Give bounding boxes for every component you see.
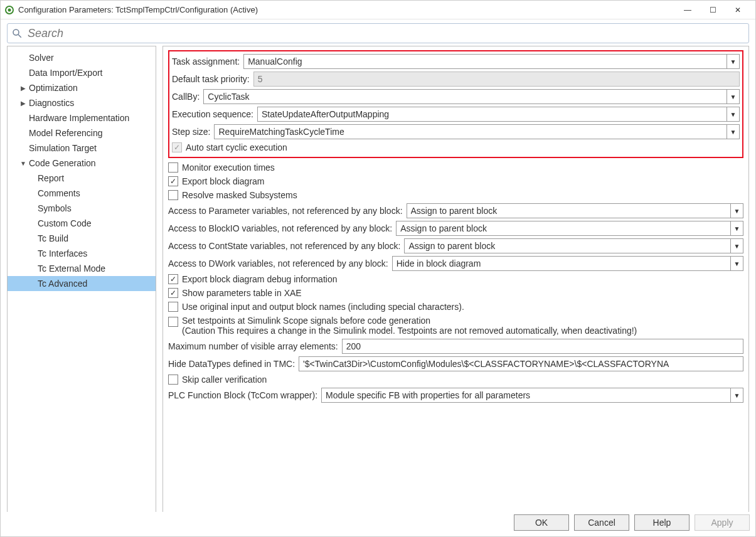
task-assignment-dropdown[interactable]: ManualConfig ▼ <box>243 54 740 69</box>
monitor-times-checkbox[interactable] <box>168 162 178 173</box>
plc-fb-wrapper-dropdown[interactable]: Module specific FB with properties for a… <box>321 388 743 403</box>
tree-item-label: Comments <box>36 188 80 198</box>
tree-item[interactable]: Tc External Mode <box>8 261 156 276</box>
access-blockio-dropdown[interactable]: Assign to parent block ▼ <box>396 221 743 236</box>
tree-item-label: Model Referencing <box>28 128 103 138</box>
tree-item[interactable]: Solver <box>8 50 156 65</box>
execution-sequence-dropdown[interactable]: StateUpdateAfterOutputMapping ▼ <box>257 107 740 122</box>
set-testpoints-checkbox[interactable] <box>168 317 178 327</box>
tree-item-label: Symbols <box>36 203 72 213</box>
expand-icon[interactable]: ▼ <box>19 160 28 167</box>
help-button[interactable]: Help <box>634 514 689 531</box>
maximize-button[interactable]: ☐ <box>700 6 725 14</box>
tree-item[interactable]: Hardware Implementation <box>8 110 156 125</box>
callby-dropdown[interactable]: CyclicTask ▼ <box>203 89 740 104</box>
tree-item[interactable]: Report <box>8 171 156 186</box>
apply-button: Apply <box>695 514 750 531</box>
hide-datatypes-label: Hide DataTypes defined in TMC: <box>168 359 295 369</box>
chevron-down-icon: ▼ <box>730 204 743 218</box>
max-visible-array-label: Maximum number of visible array elements… <box>168 341 338 351</box>
tree-item[interactable]: Simulation Target <box>8 141 156 156</box>
close-button[interactable]: ✕ <box>725 6 750 14</box>
show-params-xae-checkbox[interactable] <box>168 288 178 298</box>
tree-item-label: Tc Interfaces <box>36 248 87 258</box>
window-title: Configuration Parameters: TctSmplTempCtr… <box>18 5 675 14</box>
tree-item[interactable]: Tc Advanced <box>8 276 156 291</box>
tree-item-label: Report <box>36 173 64 183</box>
tree-item[interactable]: Model Referencing <box>8 125 156 141</box>
tree-item[interactable]: Custom Code <box>8 216 156 231</box>
tree-item[interactable]: ▼Code Generation <box>8 156 156 171</box>
search-field[interactable] <box>26 26 745 41</box>
access-contstate-label: Access to ContState variables, not refer… <box>168 241 400 251</box>
dialog-footer: OK Cancel Help Apply <box>6 512 750 533</box>
chevron-down-icon: ▼ <box>727 55 739 68</box>
max-visible-array-input[interactable]: 200 <box>342 339 743 354</box>
tree-item[interactable]: Tc Build <box>8 231 156 246</box>
search-icon <box>11 28 23 39</box>
highlight-box: Task assignment: ManualConfig ▼ Default … <box>168 50 743 158</box>
tree-item-label: Data Import/Export <box>28 68 103 78</box>
svg-line-3 <box>18 35 21 38</box>
tree-item[interactable]: ▶Diagnostics <box>8 95 156 110</box>
default-task-priority-input: 5 <box>253 72 740 87</box>
chevron-down-icon: ▼ <box>727 107 739 121</box>
tree-item[interactable]: Data Import/Export <box>8 65 156 80</box>
tree-item-label: Solver <box>28 53 54 63</box>
chevron-down-icon: ▼ <box>730 221 743 235</box>
chevron-down-icon: ▼ <box>727 90 739 104</box>
export-block-diagram-checkbox[interactable] <box>168 176 178 186</box>
skip-caller-checkbox[interactable] <box>168 375 178 385</box>
search-row <box>1 19 755 46</box>
tree-item[interactable]: Comments <box>8 186 156 201</box>
chevron-down-icon: ▼ <box>730 388 743 402</box>
default-task-priority-label: Default task priority: <box>172 74 250 84</box>
tree-item-label: Tc Advanced <box>36 279 87 289</box>
show-params-xae-label: Show parameters table in XAE <box>182 288 302 298</box>
access-param-dropdown[interactable]: Assign to parent block ▼ <box>407 203 743 218</box>
monitor-times-label: Monitor execution times <box>182 162 275 173</box>
step-size-dropdown[interactable]: RequireMatchingTaskCycleTime ▼ <box>214 124 740 139</box>
task-assignment-label: Task assignment: <box>172 56 240 66</box>
tree-item-label: Tc External Mode <box>36 263 105 274</box>
svg-point-1 <box>8 8 11 11</box>
use-orig-names-label: Use original input and output block name… <box>182 302 464 312</box>
expand-icon[interactable]: ▶ <box>19 85 28 92</box>
tree-item-label: Hardware Implementation <box>28 113 129 123</box>
search-input[interactable] <box>7 23 749 43</box>
execution-sequence-label: Execution sequence: <box>172 109 253 119</box>
tree-item-label: Tc Build <box>36 233 68 243</box>
access-contstate-dropdown[interactable]: Assign to parent block ▼ <box>404 238 743 253</box>
export-debug-checkbox[interactable] <box>168 274 178 284</box>
cancel-button[interactable]: Cancel <box>574 514 629 531</box>
auto-start-checkbox <box>172 142 182 152</box>
tree-item[interactable]: ▶Optimization <box>8 80 156 95</box>
export-block-diagram-label: Export block diagram <box>182 176 265 186</box>
tree-item[interactable]: Tc Interfaces <box>8 246 156 261</box>
resolve-masked-checkbox[interactable] <box>168 190 178 200</box>
step-size-label: Step size: <box>172 127 210 137</box>
access-param-label: Access to Parameter variables, not refer… <box>168 206 403 216</box>
tree-item-label: Simulation Target <box>28 143 97 153</box>
set-testpoints-label: Set testpoints at Simulink Scope signals… <box>182 316 637 336</box>
use-orig-names-checkbox[interactable] <box>168 302 178 312</box>
tree-item-label: Optimization <box>28 83 78 93</box>
callby-label: CallBy: <box>172 92 200 102</box>
ok-button[interactable]: OK <box>514 514 569 531</box>
titlebar: Configuration Parameters: TctSmplTempCtr… <box>1 1 755 19</box>
access-blockio-label: Access to BlockIO variables, not referen… <box>168 223 392 233</box>
minimize-button[interactable]: — <box>675 6 700 14</box>
app-icon <box>4 5 14 15</box>
chevron-down-icon: ▼ <box>727 125 739 139</box>
expand-icon[interactable]: ▶ <box>19 100 28 107</box>
access-dwork-dropdown[interactable]: Hide in block diagram ▼ <box>392 256 743 271</box>
chevron-down-icon: ▼ <box>730 257 743 270</box>
export-debug-label: Export block diagram debug information <box>182 274 337 284</box>
hide-datatypes-input[interactable]: '$<TwinCat3Dir>\CustomConfig\Modules\$<C… <box>299 356 743 371</box>
tree-item[interactable]: Symbols <box>8 201 156 216</box>
category-tree[interactable]: SolverData Import/Export▶Optimization▶Di… <box>7 46 156 523</box>
tree-item-label: Diagnostics <box>28 98 74 108</box>
auto-start-label: Auto start cyclic execution <box>186 142 287 152</box>
tree-item-label: Custom Code <box>36 218 92 228</box>
chevron-down-icon: ▼ <box>730 239 743 253</box>
